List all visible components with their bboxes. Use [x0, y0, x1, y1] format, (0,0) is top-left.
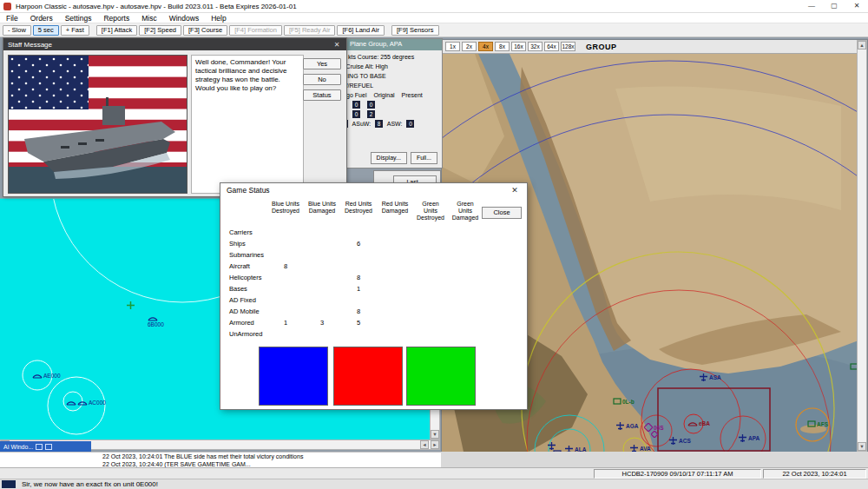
- menu-reports[interactable]: Reports: [97, 14, 135, 23]
- yes-button[interactable]: Yes: [303, 58, 341, 69]
- f5-ready-air-button: [F5] Ready Air: [284, 25, 336, 36]
- app-window: Harpoon Classic - autosave.hpv - autosav…: [0, 0, 868, 489]
- aircraft-icon: [615, 422, 625, 430]
- maximize-icon[interactable]: [45, 444, 52, 450]
- table-row-ad-mobile: AD Mobile 8: [229, 306, 490, 317]
- full-button[interactable]: Full...: [411, 152, 437, 164]
- map-window-title: GROUP: [586, 43, 617, 51]
- col-blue-damaged: Blue Units Damaged: [304, 201, 340, 215]
- map-unit-cluster[interactable]: [651, 431, 658, 438]
- map-marker-cross[interactable]: [127, 301, 135, 309]
- menu-file[interactable]: File: [0, 14, 24, 23]
- menu-help[interactable]: Help: [205, 14, 232, 23]
- map-unit-ava[interactable]: AVA: [629, 445, 651, 452]
- game-status-dialog: Game Status ✕ Close Blue Units Destroyed…: [220, 182, 528, 410]
- ai-window-titlebar[interactable]: AI Windo...: [0, 441, 91, 452]
- maximize-icon[interactable]: ▢: [823, 0, 845, 12]
- map-unit-ala[interactable]: ALA: [564, 446, 586, 452]
- table-row-unarmored: UnArmored: [229, 328, 490, 340]
- minimize-icon[interactable]: [36, 444, 43, 450]
- aircraft-icon: [564, 446, 574, 452]
- no-button[interactable]: No: [303, 74, 341, 85]
- f1-attack-button[interactable]: [F1] Attack: [96, 25, 137, 36]
- time-compression-button[interactable]: 5 sec: [33, 25, 59, 36]
- report-message: Sir, we now have an exact fix on unit 0E…: [22, 479, 158, 489]
- weapons-readout: 8 ASuW: 8 ASW: 0: [338, 120, 442, 128]
- tactical-unit-ac000[interactable]: AC000: [66, 399, 106, 406]
- blue-side-swatch: [259, 347, 328, 406]
- map-unit-asa[interactable]: ASA: [699, 373, 721, 381]
- tactical-unit-ae000[interactable]: AE000: [32, 372, 61, 379]
- close-icon[interactable]: ✕: [845, 0, 868, 12]
- map-unit-apa[interactable]: APA: [738, 434, 760, 442]
- close-icon[interactable]: ✕: [332, 41, 342, 49]
- fuel-value: 0: [367, 101, 375, 109]
- menu-windows[interactable]: Windows: [163, 14, 205, 23]
- zoom-16x-button[interactable]: 16x: [511, 42, 526, 51]
- f2-speed-button[interactable]: [F2] Speed: [139, 25, 181, 36]
- ship-icon: [148, 314, 158, 321]
- game-time: 22 Oct 2023, 10:24:01: [763, 469, 866, 479]
- staff-message-window: Staff Message ✕: [3, 37, 347, 197]
- ground-unit-icon: [807, 420, 816, 427]
- zoom-8x-button[interactable]: 8x: [495, 42, 510, 51]
- scroll-up-icon[interactable]: ▲: [858, 41, 866, 50]
- col-blue-destroyed: Blue Units Destroyed: [267, 201, 304, 215]
- menu-orders[interactable]: Orders: [24, 14, 59, 23]
- zoom-128x-button[interactable]: 128x: [561, 42, 575, 51]
- close-icon[interactable]: ✕: [509, 186, 521, 195]
- menu-misc[interactable]: Misc: [135, 14, 162, 23]
- f9-sensors-button[interactable]: [F9] Sensors: [391, 25, 439, 36]
- zoom-4x-button[interactable]: 4x: [478, 42, 493, 51]
- aircraft-icon: [629, 445, 639, 452]
- display-button[interactable]: Display...: [371, 152, 407, 164]
- ship-icon: [66, 399, 76, 406]
- scroll-right-icon[interactable]: ►: [431, 440, 439, 449]
- carrier-photo: [8, 55, 187, 194]
- slow-button[interactable]: - Slow: [3, 25, 31, 36]
- database-info: HCDB2-170909 09/10/17 07:11:17 AM: [594, 469, 761, 479]
- f6-land-air-button[interactable]: [F6] Land Air: [337, 25, 385, 36]
- scroll-left-icon[interactable]: ◄: [420, 440, 429, 449]
- table-row-armored: Armored 1 3 5: [229, 317, 490, 328]
- zoom-2x-button[interactable]: 2x: [462, 42, 477, 51]
- fuel-row-2: 0 2: [350, 110, 442, 118]
- f4-formation-button: [F4] Formation: [229, 25, 282, 36]
- zoom-32x-button[interactable]: 32x: [528, 42, 542, 51]
- map-unit-afs[interactable]: AFS: [807, 420, 828, 427]
- report-bar: Sir, we now have an exact fix on unit 0E…: [0, 479, 868, 489]
- map-vertical-scrollbar[interactable]: ▲ ▼: [857, 40, 867, 452]
- map-unit-acs[interactable]: ACS: [668, 437, 691, 445]
- message-log[interactable]: 22 Oct 2023, 10:24:01 The BLUE side has …: [0, 452, 441, 467]
- staff-message-text: Well done, Commander! Your tactical bril…: [191, 55, 304, 194]
- aircraft-icon: [668, 437, 678, 445]
- report-indicator[interactable]: [2, 480, 16, 488]
- map-unit-aga[interactable]: AGA: [615, 422, 638, 430]
- tactical-unit-6b000[interactable]: 6B000: [148, 314, 164, 327]
- zoom-64x-button[interactable]: 64x: [544, 42, 559, 51]
- table-row-ad-fixed: AD Fixed: [229, 294, 490, 306]
- diamond-unit-icon: [651, 431, 658, 438]
- cross-icon: [127, 301, 135, 309]
- minimize-icon[interactable]: —: [800, 0, 823, 12]
- aircraft-icon: [738, 434, 747, 442]
- status-button[interactable]: Status: [303, 89, 341, 101]
- asw-label: ASW:: [387, 121, 403, 127]
- menu-settings[interactable]: Settings: [59, 14, 98, 23]
- map-unit-cluster[interactable]: [547, 442, 556, 450]
- green-side-swatch: [406, 347, 476, 406]
- fast-button[interactable]: + Fast: [61, 25, 89, 36]
- app-icon: [3, 3, 11, 10]
- map-unit-0lb[interactable]: 0L-b: [613, 398, 635, 405]
- main-toolbar: - Slow 5 sec + Fast [F1] Attack [F2] Spe…: [0, 23, 868, 37]
- zoom-1x-button[interactable]: 1x: [445, 42, 460, 51]
- scroll-down-icon[interactable]: ▼: [858, 442, 866, 451]
- table-row-helicopters: Helicopters 8: [229, 272, 490, 283]
- menu-bar: File Orders Settings Reports Misc Window…: [0, 13, 868, 23]
- ai-window-title: AI Windo...: [3, 442, 33, 452]
- col-red-damaged: Red Units Damaged: [377, 201, 413, 215]
- col-green-destroyed: Green Units Destroyed: [413, 201, 448, 221]
- f3-course-button[interactable]: [F3] Course: [183, 25, 227, 36]
- map-unit-eba[interactable]: eBA: [687, 420, 710, 426]
- scroll-down-icon[interactable]: ▼: [431, 430, 439, 439]
